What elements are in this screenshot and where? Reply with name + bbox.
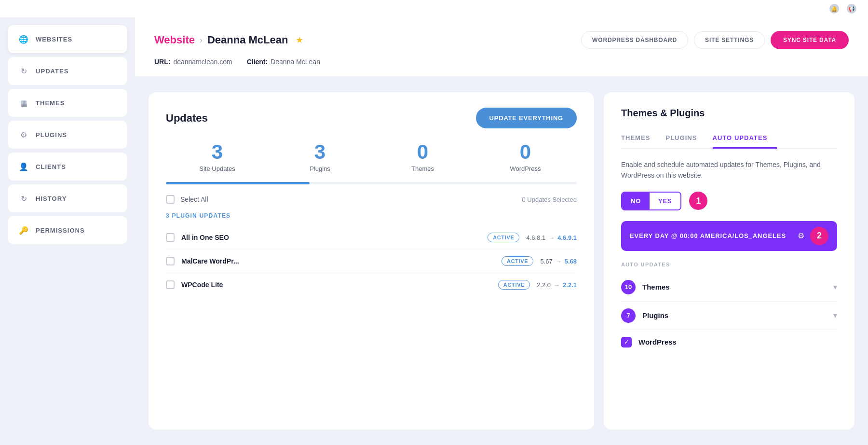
- toggle-row: NO YES 1: [621, 192, 837, 210]
- version-arrow-3: →: [554, 281, 560, 289]
- progress-bar-track: [166, 182, 577, 184]
- notification-icon[interactable]: 📢: [847, 4, 856, 14]
- breadcrumb-website: Website: [154, 34, 195, 46]
- star-icon[interactable]: ★: [296, 35, 303, 45]
- stat-wordpress: 0 WordPress: [474, 142, 577, 172]
- stat-plugins: 3 Plugins: [269, 142, 371, 172]
- auto-updates-label: AUTO UPDATES: [621, 262, 837, 267]
- history-icon: ↻: [18, 193, 29, 204]
- content-area: Updates UPDATE EVERYTHING 3 Site Updates…: [135, 77, 868, 445]
- client-meta: Client: Deanna McLean: [247, 58, 320, 66]
- globe-icon: 🌐: [18, 34, 29, 44]
- themes-count-badge: 10: [621, 280, 636, 294]
- header-actions: WORDPRESS DASHBOARD SITE SETTINGS SYNC S…: [581, 31, 849, 49]
- url-meta: URL: deannamclean.com: [154, 58, 232, 66]
- chevron-down-icon-plugins: ▾: [833, 311, 837, 320]
- updates-selected: 0 Updates Selected: [522, 196, 577, 203]
- stat-number-site: 3: [166, 142, 269, 162]
- expand-row-themes-label: Themes: [642, 283, 827, 291]
- stat-label-site: Site Updates: [166, 165, 269, 172]
- themes-plugins-panel: Themes & Plugins THEMES PLUGINS AUTO UPD…: [604, 92, 854, 430]
- tab-auto-updates[interactable]: AUTO UPDATES: [713, 129, 777, 149]
- plugin-checkbox-3[interactable]: [166, 280, 175, 289]
- plugin-checkbox-1[interactable]: [166, 233, 175, 242]
- sync-site-data-button[interactable]: SYNC SITE DATA: [771, 31, 849, 49]
- clients-icon: 👤: [18, 161, 29, 172]
- wordpress-dashboard-button[interactable]: WORDPRESS DASHBOARD: [581, 31, 688, 49]
- wordpress-checkbox[interactable]: ✓: [621, 337, 632, 348]
- toggle-yes[interactable]: YES: [650, 193, 680, 209]
- schedule-bar[interactable]: EVERY DAY @ 00:00 AMERICA/LOS_ANGELES ⚙ …: [621, 221, 837, 251]
- plugin-version-1: 4.6.8.1 → 4.6.9.1: [526, 234, 577, 241]
- stat-site-updates: 3 Site Updates: [166, 142, 269, 172]
- main-layout: 🌐 WEBSITES ↻ UPDATES ▦ THEMES ⚙ PLUGINS …: [0, 17, 868, 445]
- header-meta: URL: deannamclean.com Client: Deanna McL…: [154, 58, 849, 66]
- sidebar-item-themes[interactable]: ▦ THEMES: [8, 89, 127, 117]
- stat-number-plugins: 3: [269, 142, 371, 162]
- sidebar: 🌐 WEBSITES ↻ UPDATES ▦ THEMES ⚙ PLUGINS …: [0, 17, 135, 445]
- select-all-row: Select All 0 Updates Selected: [166, 195, 577, 204]
- permissions-icon: 🔑: [18, 225, 29, 236]
- plugin-name-2: MalCare WordPr...: [181, 257, 495, 265]
- stat-label-themes: Themes: [371, 165, 474, 172]
- step-badge-1: 1: [689, 192, 707, 210]
- tab-themes[interactable]: THEMES: [621, 129, 660, 149]
- stat-label-plugins: Plugins: [269, 165, 371, 172]
- gear-icon[interactable]: ⚙: [798, 231, 804, 240]
- plugin-updates-header: 3 PLUGIN UPDATES: [166, 212, 577, 219]
- chevron-down-icon-themes: ▾: [833, 282, 837, 292]
- plugin-status-3: ACTIVE: [498, 280, 530, 290]
- version-arrow-2: →: [556, 258, 562, 265]
- themes-panel-title: Themes & Plugins: [621, 108, 837, 119]
- sidebar-item-clients[interactable]: 👤 CLIENTS: [8, 153, 127, 181]
- plugin-status-1: ACTIVE: [488, 233, 519, 242]
- toggle-switch[interactable]: NO YES: [621, 192, 681, 210]
- select-all-checkbox[interactable]: [166, 195, 175, 204]
- client-label: Client:: [247, 58, 268, 66]
- stat-number-wordpress: 0: [474, 142, 577, 162]
- stat-label-wordpress: WordPress: [474, 165, 577, 172]
- stats-row: 3 Site Updates 3 Plugins 0 Themes 0 Word…: [166, 142, 577, 172]
- sidebar-label-themes: THEMES: [36, 99, 65, 107]
- site-settings-button[interactable]: SITE SETTINGS: [694, 31, 765, 49]
- wordpress-row: ✓ WordPress: [621, 330, 837, 354]
- themes-icon: ▦: [18, 97, 29, 108]
- progress-bar-fill: [166, 182, 310, 184]
- update-everything-button[interactable]: UPDATE EVERYTHING: [476, 108, 577, 128]
- plugin-row-3: WPCode Lite ACTIVE 2.2.0 → 2.2.1: [166, 273, 577, 296]
- stat-number-themes: 0: [371, 142, 474, 162]
- sidebar-label-clients: CLIENTS: [36, 163, 66, 170]
- refresh-icon: ↻: [18, 66, 29, 76]
- expand-row-themes[interactable]: 10 Themes ▾: [621, 273, 837, 302]
- plugin-name-1: All in One SEO: [181, 234, 481, 241]
- expand-row-plugins[interactable]: 7 Plugins ▾: [621, 302, 837, 330]
- sidebar-item-updates[interactable]: ↻ UPDATES: [8, 57, 127, 85]
- plugins-count-badge: 7: [621, 308, 636, 323]
- updates-panel: Updates UPDATE EVERYTHING 3 Site Updates…: [149, 92, 594, 430]
- schedule-text: EVERY DAY @ 00:00 AMERICA/LOS_ANGELES: [630, 232, 786, 239]
- select-all-left: Select All: [166, 195, 208, 204]
- plugin-checkbox-2[interactable]: [166, 257, 175, 265]
- toggle-no[interactable]: NO: [622, 193, 650, 209]
- sidebar-item-websites[interactable]: 🌐 WEBSITES: [8, 25, 127, 53]
- stat-themes: 0 Themes: [371, 142, 474, 172]
- sidebar-item-plugins[interactable]: ⚙ PLUGINS: [8, 121, 127, 149]
- url-value: deannamclean.com: [173, 58, 232, 66]
- sidebar-item-history[interactable]: ↻ HISTORY: [8, 184, 127, 212]
- sidebar-item-permissions[interactable]: 🔑 PERMISSIONS: [8, 216, 127, 244]
- tab-plugins[interactable]: PLUGINS: [665, 129, 706, 149]
- plugin-status-2: ACTIVE: [502, 256, 533, 266]
- sidebar-label-permissions: PERMISSIONS: [36, 227, 85, 234]
- plugin-row-1: All in One SEO ACTIVE 4.6.8.1 → 4.6.9.1: [166, 226, 577, 250]
- header-top: Website › Deanna McLean ★ WORDPRESS DASH…: [154, 31, 849, 49]
- plugin-name-3: WPCode Lite: [181, 281, 491, 289]
- top-bar: 🔔 📢: [0, 0, 868, 17]
- version-to-1: 4.6.9.1: [557, 234, 577, 241]
- updates-header: Updates UPDATE EVERYTHING: [166, 108, 577, 128]
- version-from-1: 4.6.8.1: [526, 234, 545, 241]
- select-all-label: Select All: [180, 195, 208, 203]
- breadcrumb-name: Deanna McLean: [207, 34, 288, 46]
- bell-icon[interactable]: 🔔: [829, 4, 839, 14]
- version-arrow-1: →: [548, 234, 555, 241]
- plugin-row-2: MalCare WordPr... ACTIVE 5.67 → 5.68: [166, 250, 577, 273]
